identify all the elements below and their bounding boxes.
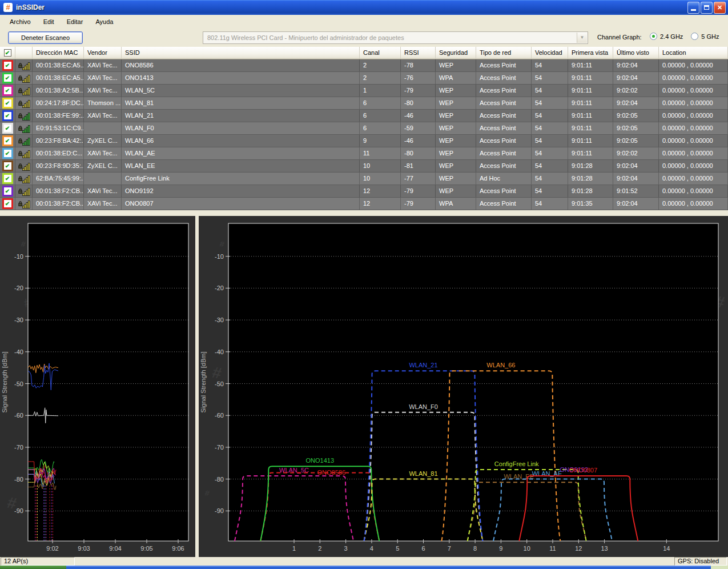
table-header[interactable]: ✔Dirección MACVendorSSIDCanalRSSISegurid… — [0, 47, 728, 59]
row-checkbox[interactable]: ✔ — [2, 110, 13, 121]
column-header-canal[interactable]: Canal — [360, 47, 401, 59]
svg-text:9:06: 9:06 — [172, 545, 184, 552]
cell-mac: 00:01:38:A2:5B... — [33, 85, 84, 97]
table-row[interactable]: ✔00:01:38:FE:99:...XAVi Tec...WLAN_216-4… — [0, 110, 728, 122]
column-header-velocidad[interactable]: Velocidad — [532, 47, 568, 59]
cell-velocidad: 54 — [532, 147, 568, 159]
row-checkbox[interactable]: ✔ — [2, 73, 13, 83]
table-row[interactable]: ✔62:BA:75:45:99:...ConfigFree Link10-77W… — [0, 173, 728, 185]
cell-tipo: Access Point — [476, 135, 532, 147]
radio-5ghz[interactable]: 5 GHz — [691, 33, 719, 40]
cell-ssid: ONO1413 — [122, 72, 360, 84]
cell-vendor — [84, 173, 122, 185]
menu-item-edit[interactable]: Edit — [37, 17, 61, 27]
row-checkbox[interactable]: ✔ — [2, 161, 13, 171]
minimize-button[interactable] — [687, 2, 699, 14]
row-checkbox[interactable]: ✔ — [2, 148, 13, 159]
cell-ssid: WLAN_66 — [122, 135, 360, 147]
cell-tipo: Access Point — [476, 110, 532, 122]
table-row[interactable]: ✔00:01:38:ED:C...XAVi Tec...WLAN_AE11-80… — [0, 147, 728, 160]
signal-lock-icon — [18, 111, 30, 121]
adapter-combobox-value: 802.11g Wireless PCI Card - Minipuerto d… — [207, 34, 404, 41]
cell-primera: 9:01:11 — [568, 85, 613, 97]
table-row[interactable]: ✔00:01:38:F2:CB...XAVi Tec...ONO080712-7… — [0, 198, 728, 210]
signal-lock-icon — [18, 137, 30, 146]
row-checkbox[interactable]: ✔ — [2, 85, 13, 96]
cell-mac: 00:01:38:ED:C... — [33, 147, 84, 159]
table-row[interactable]: ✔00:01:38:F2:CB...XAVi Tec...ONO919212-7… — [0, 185, 728, 198]
cell-ssid: WLAN_81 — [122, 97, 360, 109]
row-checkbox[interactable]: ✔ — [2, 135, 13, 146]
column-header-rssi[interactable]: RSSI — [401, 47, 436, 59]
column-header-direcci-n-mac[interactable]: Dirección MAC — [33, 47, 84, 59]
radio-24ghz[interactable]: 2.4 GHz — [650, 33, 683, 40]
cell-ultimo: 9:02:04 — [613, 173, 659, 185]
row-checkbox[interactable]: ✔ — [2, 60, 13, 71]
radio-5ghz-icon[interactable] — [691, 33, 698, 40]
svg-text:11: 11 — [549, 545, 556, 552]
taskbar-strip — [0, 566, 728, 569]
cell-velocidad: 54 — [532, 110, 568, 122]
cell-seguridad: WEP — [436, 160, 476, 172]
cell-tipo: Access Point — [476, 72, 532, 84]
row-checkbox[interactable]: ✔ — [2, 98, 13, 109]
row-checkbox[interactable]: ✔ — [2, 198, 13, 209]
cell-rssi: -80 — [401, 147, 436, 159]
row-checkbox[interactable]: ✔ — [2, 123, 13, 134]
minimize-icon — [691, 9, 696, 11]
svg-text:5: 5 — [396, 545, 399, 552]
cell-rssi: -79 — [401, 185, 436, 197]
radio-5ghz-label: 5 GHz — [701, 33, 719, 40]
cell-canal: 12 — [360, 185, 401, 197]
cell-ultimo: 9:02:02 — [613, 85, 659, 97]
cell-tipo: Access Point — [476, 185, 532, 197]
row-checkbox[interactable]: ✔ — [2, 173, 13, 184]
column-header--ltimo-visto[interactable]: Último visto — [613, 47, 659, 59]
column-header-seguridad[interactable]: Seguridad — [436, 47, 476, 59]
cell-location: 0.00000 , 0.00000 — [659, 59, 728, 71]
cell-velocidad: 54 — [532, 135, 568, 147]
cell-seguridad: WPA — [436, 198, 476, 210]
start-button-edge[interactable] — [0, 566, 66, 569]
chevron-down-icon[interactable]: ▼ — [577, 33, 587, 43]
column-header-ssid[interactable]: SSID — [122, 47, 360, 59]
svg-text:WLAN_21: WLAN_21 — [409, 362, 437, 368]
restore-button[interactable] — [701, 2, 713, 14]
menu-item-archivo[interactable]: Archivo — [3, 17, 37, 27]
radio-24ghz-icon[interactable] — [650, 33, 657, 40]
cell-seguridad: WEP — [436, 110, 476, 122]
row-checkbox[interactable]: ✔ — [2, 186, 13, 197]
table-row[interactable]: ✔00:01:38:EC:A5...XAVi Tec...ONO85862-78… — [0, 59, 728, 72]
signal-lock-icon — [18, 124, 30, 133]
cell-seguridad: WEP — [436, 97, 476, 109]
column-header-vendor[interactable]: Vendor — [84, 47, 122, 59]
table-row[interactable]: ✔00:23:F8:9D:35:...ZyXEL C...WLAN_EE10-8… — [0, 160, 728, 173]
column-header-icon[interactable] — [15, 47, 33, 59]
adapter-combobox[interactable]: 802.11g Wireless PCI Card - Minipuerto d… — [203, 31, 588, 44]
horizontal-splitter[interactable] — [0, 210, 728, 216]
select-all-checkbox[interactable]: ✔ — [4, 49, 11, 57]
close-button[interactable]: ✕ — [714, 2, 726, 14]
svg-text:-50: -50 — [14, 380, 23, 387]
table-row[interactable]: ✔00:01:38:A2:5B...XAVi Tec...WLAN_5C1-79… — [0, 85, 728, 97]
cell-rssi: -78 — [401, 59, 436, 71]
svg-text:WLAN_81: WLAN_81 — [409, 470, 437, 477]
table-row[interactable]: ✔00:24:17:8F:DC...Thomson ...WLAN_816-80… — [0, 97, 728, 110]
menu-item-editar[interactable]: Editar — [61, 17, 90, 27]
column-header-primera-vista[interactable]: Primera vista — [568, 47, 613, 59]
column-header-location[interactable]: Location — [659, 47, 728, 59]
cell-primera: 9:01:11 — [568, 110, 613, 122]
column-header-tipo-de-red[interactable]: Tipo de red — [476, 47, 532, 59]
svg-text:-20: -20 — [215, 284, 224, 291]
cell-canal: 2 — [360, 72, 401, 84]
cell-primera: 9:01:11 — [568, 97, 613, 109]
cell-vendor: XAVi Tec... — [84, 185, 122, 197]
table-row[interactable]: ✔00:23:F8:BA:42:...ZyXEL C...WLAN_669-46… — [0, 135, 728, 147]
table-row[interactable]: ✔00:01:38:EC:A5...XAVi Tec...ONO14132-76… — [0, 72, 728, 85]
svg-text:3: 3 — [344, 545, 348, 552]
menu-item-ayuda[interactable]: Ayuda — [89, 17, 119, 27]
table-row[interactable]: ✔E0:91:53:1C:C9...WLAN_F06-59WEPAccess P… — [0, 122, 728, 135]
signal-lock-icon — [18, 199, 30, 209]
svg-text:-10: -10 — [215, 253, 224, 260]
stop-scan-button[interactable]: Deneter Escaneo — [8, 31, 83, 44]
